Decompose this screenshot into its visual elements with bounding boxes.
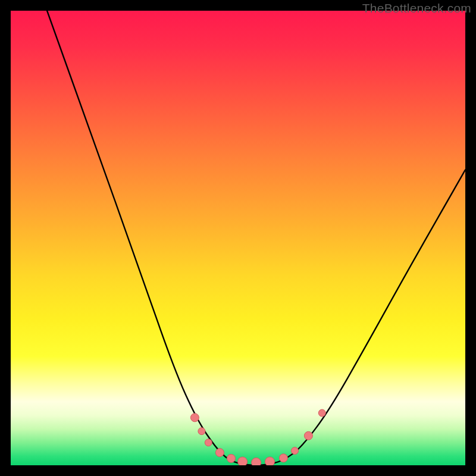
marker-point: [265, 457, 275, 465]
marker-point: [198, 428, 205, 435]
marker-point: [279, 454, 287, 462]
data-markers: [11, 11, 465, 465]
marker-point: [215, 449, 224, 457]
marker-point: [238, 457, 248, 465]
marker-point: [252, 458, 261, 465]
marker-point: [190, 414, 199, 422]
marker-point: [205, 439, 212, 446]
marker-point: [304, 431, 312, 440]
plot-area: [11, 11, 465, 465]
chart-frame: TheBottleneck.com: [0, 0, 476, 476]
marker-point: [227, 455, 236, 463]
marker-point: [318, 409, 325, 416]
marker-point: [292, 447, 299, 455]
watermark-text: TheBottleneck.com: [362, 1, 471, 15]
